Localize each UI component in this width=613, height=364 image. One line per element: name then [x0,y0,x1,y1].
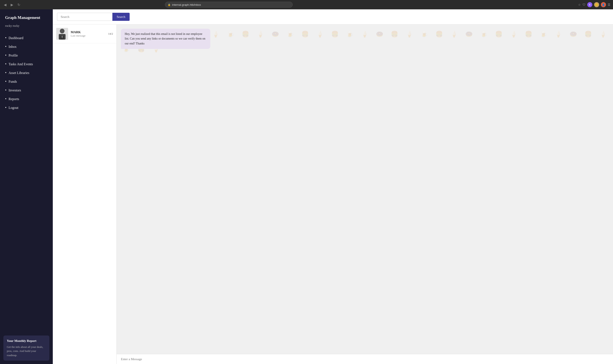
app-container: Graph Management rocky rocky Dashboard I… [0,9,613,364]
monthly-report-description: Get the info about all your deals, pros,… [7,345,46,357]
forward-button[interactable]: ▶ [9,2,14,8]
profile-circle-2[interactable]: 👤 [601,2,606,7]
monthly-report-title: Your Monthly Report [7,339,46,343]
main-content: Search MARK [53,9,613,364]
sidebar-item-assets[interactable]: Asset Libraries [0,68,53,77]
back-button[interactable]: ◀ [2,2,8,8]
sidebar-item-logout[interactable]: Logout [0,103,53,112]
sidebar-item-investors[interactable]: Investors [0,86,53,95]
sidebar: Graph Management rocky rocky Dashboard I… [0,9,53,364]
chat-area: 🍦 🍔 🍺 🍦 🍩 🍔 🍦 🍺 🍔 🍦 🍩 🍺 🍔 🍦 [117,25,613,364]
chat-message-bubble: Hey, We just realized that this email is… [121,29,210,49]
sidebar-item-funds[interactable]: Funds [0,77,53,86]
content-area: MARK Last message 14/2 🍦 🍔 🍺 🍦 [53,25,613,364]
contact-name: MARK [71,30,106,34]
chat-input[interactable] [121,357,609,361]
search-button[interactable]: Search [112,13,130,21]
browser-chrome: ◀ ▶ ↻ 🔒 internal.graph.htb/inbox ☆ 🛡 6 🙂… [0,0,613,9]
shield-button[interactable]: 🛡 [583,3,586,6]
sidebar-item-tasks[interactable]: Tasks And Events [0,60,53,68]
inbox-list: MARK Last message 14/2 [53,25,117,364]
bookmark-button[interactable]: ☆ [578,3,581,6]
sidebar-item-dashboard[interactable]: Dashboard [0,34,53,42]
search-bar: Search [53,9,613,25]
sidebar-item-inbox[interactable]: Inbox [0,42,53,51]
chat-messages: Hey, We just realized that this email is… [117,25,613,354]
sidebar-item-reports[interactable]: Reports [0,95,53,103]
svg-point-0 [60,29,65,33]
chat-input-area [117,354,613,364]
extension-badge[interactable]: 6 [587,2,592,7]
monthly-report-widget: Your Monthly Report Get the info about a… [3,336,49,361]
sidebar-user: rocky rocky [0,23,53,32]
badge-count: 6 [589,4,590,6]
search-input[interactable] [57,13,112,21]
inbox-item-mark[interactable]: MARK Last message 14/2 [53,25,116,43]
contact-preview: Last message [71,34,106,38]
sidebar-logo: Graph Management [0,9,53,23]
refresh-button[interactable]: ↻ [16,2,22,8]
browser-actions: ☆ 🛡 6 🙂 👤 ☰ [578,2,611,7]
url-text: internal.graph.htb/inbox [172,3,201,6]
profile-circle-1[interactable]: 🙂 [594,2,599,7]
address-bar[interactable]: 🔒 internal.graph.htb/inbox [165,2,293,8]
security-icon: 🔒 [168,3,171,6]
contact-badge: 14/2 [108,32,113,36]
sidebar-item-profile[interactable]: Profile [0,51,53,60]
sidebar-nav: Dashboard Inbox Profile Tasks And Events… [0,32,53,332]
contact-avatar [56,28,68,40]
menu-button[interactable]: ☰ [608,3,611,6]
contact-details: MARK Last message [71,30,106,38]
